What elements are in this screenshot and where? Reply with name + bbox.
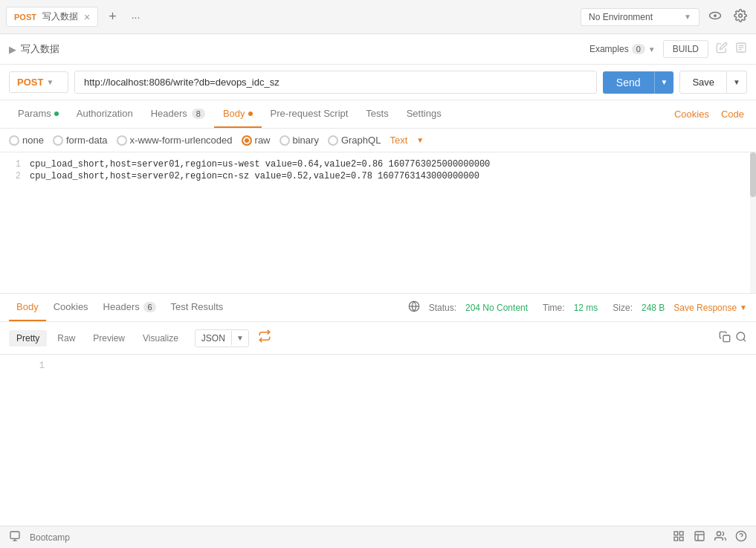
tab-tests[interactable]: Tests <box>357 100 397 128</box>
bootcamp-icon <box>9 530 21 544</box>
form-data-option[interactable]: form-data <box>53 135 108 146</box>
edit-icon <box>716 42 728 57</box>
examples-arrow-icon: ▼ <box>648 45 656 54</box>
svg-point-22 <box>717 532 720 535</box>
wrap-button[interactable] <box>255 326 274 349</box>
response-tab-test-results[interactable]: Test Results <box>164 294 231 321</box>
binary-label: binary <box>293 135 319 146</box>
collection-name: ▶ 写入数据 <box>9 42 59 56</box>
raw-label: raw <box>255 135 271 146</box>
grid-icon <box>673 530 685 544</box>
time-value: 12 ms <box>574 303 598 313</box>
text-format-arrow-icon[interactable]: ▼ <box>416 136 424 144</box>
search-icon <box>735 331 747 343</box>
body-dot <box>248 112 253 116</box>
code-link[interactable]: Code <box>718 101 747 127</box>
method-label: POST <box>17 77 43 88</box>
svg-rect-18 <box>674 537 678 541</box>
top-bar: POST 写入数据 × + ··· No Environment ▼ <box>0 0 756 34</box>
format-select[interactable]: JSON ▼ <box>195 329 249 347</box>
tab-method: POST <box>14 13 36 22</box>
svg-point-1 <box>714 14 717 17</box>
save-response-label: Save Response <box>673 303 737 313</box>
scrollbar-track <box>750 152 756 293</box>
raw-radio <box>242 135 252 146</box>
status-value: 204 No Content <box>465 303 528 313</box>
env-arrow-icon: ▼ <box>684 13 691 21</box>
body-label: Body <box>223 108 245 119</box>
eye-icon <box>708 9 722 22</box>
method-select[interactable]: POST ▼ <box>9 71 68 93</box>
binary-option[interactable]: binary <box>280 135 319 146</box>
collection-title: 写入数据 <box>21 42 59 56</box>
viewer-tab-pretty[interactable]: Pretty <box>9 330 47 346</box>
graphql-option[interactable]: GraphQL <box>328 135 381 146</box>
bootcamp-label[interactable]: Bootcamp <box>30 532 70 543</box>
scrollbar-thumb[interactable] <box>750 152 756 197</box>
response-tab-body[interactable]: Body <box>9 294 46 321</box>
format-arrow-icon[interactable]: ▼ <box>231 331 248 345</box>
response-tabs-bar: Body Cookies Headers 6 Test Results Stat… <box>0 294 756 322</box>
tab-body[interactable]: Body <box>214 100 262 128</box>
time-label: Time: <box>543 303 565 313</box>
active-tab: POST 写入数据 × <box>6 7 98 27</box>
form-data-radio <box>53 135 63 146</box>
line-number-2: 2 <box>0 171 30 181</box>
response-headers-label: Headers <box>103 301 140 312</box>
send-button[interactable]: Send <box>603 71 654 94</box>
svg-point-10 <box>737 332 745 341</box>
graphql-label: GraphQL <box>341 135 381 146</box>
tab-more-button[interactable]: ··· <box>127 10 145 25</box>
params-label: Params <box>18 108 51 119</box>
tab-params[interactable]: Params <box>9 100 68 128</box>
save-button[interactable]: Save <box>679 71 727 94</box>
raw-option[interactable]: raw <box>242 135 271 146</box>
text-format-select[interactable]: Text <box>390 135 407 146</box>
search-button[interactable] <box>735 331 747 346</box>
settings-icon-button[interactable] <box>731 6 750 28</box>
copy-icon <box>719 331 731 343</box>
tab-settings[interactable]: Settings <box>398 100 450 128</box>
response-headers-badge: 6 <box>143 302 155 312</box>
viewer-tab-preview[interactable]: Preview <box>85 330 132 346</box>
environment-select[interactable]: No Environment ▼ <box>581 8 700 26</box>
send-arrow-button[interactable]: ▼ <box>654 71 674 94</box>
tab-prerequest[interactable]: Pre-request Script <box>262 100 358 128</box>
size-label: Size: <box>613 303 633 313</box>
request-tabs-bar: Params Authorization Headers 8 Body Pre-… <box>0 100 756 129</box>
status-label: Status: <box>429 303 456 313</box>
examples-count: 0 <box>632 44 645 54</box>
tab-authorization[interactable]: Authorization <box>68 100 142 128</box>
save-button-group: Save ▼ <box>679 71 747 94</box>
prerequest-label: Pre-request Script <box>271 108 349 119</box>
tab-name: 写入数据 <box>42 10 78 23</box>
save-response-button[interactable]: Save Response ▼ <box>673 303 747 313</box>
examples-button[interactable]: Examples 0 ▼ <box>589 44 656 54</box>
collection-arrow-icon: ▶ <box>9 44 16 55</box>
urlencoded-radio <box>117 135 127 146</box>
code-editor[interactable]: 1 cpu_load_short,host=server01,region=us… <box>0 152 756 294</box>
url-input[interactable] <box>74 71 597 94</box>
help-icon <box>735 530 747 544</box>
copy-button[interactable] <box>719 331 731 346</box>
tab-close-icon[interactable]: × <box>84 12 90 22</box>
urlencoded-option[interactable]: x-www-form-urlencoded <box>117 135 233 146</box>
viewer-tab-raw[interactable]: Raw <box>50 330 83 346</box>
graphql-radio <box>328 135 338 146</box>
new-tab-button[interactable]: + <box>104 7 121 26</box>
auth-label: Authorization <box>77 108 133 119</box>
response-tab-cookies[interactable]: Cookies <box>46 294 96 321</box>
save-arrow-button[interactable]: ▼ <box>727 71 747 94</box>
none-option[interactable]: none <box>9 135 44 146</box>
examples-label: Examples <box>589 44 629 54</box>
eye-icon-button[interactable] <box>705 6 725 28</box>
viewer-tab-visualize[interactable]: Visualize <box>135 330 186 346</box>
svg-rect-16 <box>679 532 683 535</box>
svg-rect-17 <box>679 537 683 541</box>
cookies-link[interactable]: Cookies <box>671 101 712 127</box>
people-icon <box>714 530 726 544</box>
format-label: JSON <box>196 330 231 346</box>
tab-headers[interactable]: Headers 8 <box>142 100 214 128</box>
response-tab-headers[interactable]: Headers 6 <box>96 294 164 321</box>
build-button[interactable]: BUILD <box>663 40 708 58</box>
